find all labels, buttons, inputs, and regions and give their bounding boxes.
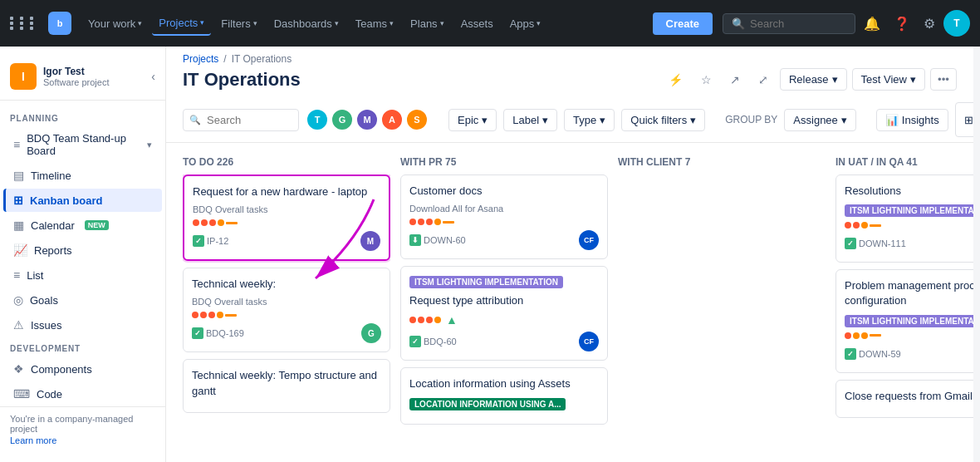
sidebar-label: Goals: [30, 294, 58, 307]
standup-icon: ≡: [13, 138, 20, 151]
task-type-icon: ✓: [193, 235, 204, 247]
settings-icon[interactable]: ⚙: [919, 11, 940, 37]
card-title: Technical weekly: Tempo structure and ga…: [192, 368, 381, 398]
issues-icon: ⚠: [13, 318, 24, 332]
caret-icon: ▾: [537, 19, 541, 27]
epic-tag: ITSM LIGHTNING IMPLEMENTATION: [845, 315, 973, 327]
task-id-text: BDQ-169: [206, 328, 244, 338]
card-down111[interactable]: Resolutions ITSM LIGHTNING IMPLEMENTATIO…: [835, 174, 973, 263]
nav-plans[interactable]: Plans ▾: [404, 12, 451, 35]
avatar-filter-5[interactable]: S: [405, 108, 429, 131]
priority-dot: [208, 312, 215, 318]
card-location[interactable]: Location information using Assets LOCATI…: [400, 367, 608, 424]
search-box[interactable]: 🔍: [723, 13, 855, 34]
sidebar-item-standup[interactable]: ≡ BDQ Team Stand-up Board ▾: [3, 127, 162, 162]
card-id: ✓ IP-12: [193, 235, 228, 247]
components-icon: ❖: [13, 362, 24, 376]
card-footer: ✓ IP-12 M: [193, 231, 380, 251]
card-subtitle: BDQ Overall tasks: [192, 297, 381, 307]
nav-your-work[interactable]: Your work ▾: [81, 12, 149, 35]
notification-icon[interactable]: 🔔: [859, 11, 885, 37]
sidebar-item-code[interactable]: ⌨ Code: [3, 382, 162, 405]
expand-button[interactable]: ⤢: [752, 69, 775, 91]
card-down59[interactable]: Problem management process configuration…: [835, 269, 973, 372]
view-settings-button[interactable]: ⊞ View settings: [955, 102, 973, 137]
card-bdq169[interactable]: Technical weekly: BDQ Overall tasks: [183, 268, 390, 352]
card-subtitle: Download All for Asana: [409, 204, 599, 214]
help-icon[interactable]: ❓: [889, 11, 915, 37]
avatar-filter-3[interactable]: M: [355, 108, 379, 131]
search-input[interactable]: [750, 17, 833, 30]
task-type-icon: ✓: [845, 238, 856, 249]
bolt-button[interactable]: ⚡: [662, 69, 689, 91]
card-tempo[interactable]: Technical weekly: Tempo structure and ga…: [183, 359, 390, 412]
priority-bar: [443, 221, 454, 224]
priority-dot: [434, 219, 441, 225]
sidebar-item-goals[interactable]: ◎ Goals: [3, 288, 162, 312]
breadcrumb-projects-link[interactable]: Projects: [183, 53, 218, 65]
column-with-client: WITH CLIENT 7: [618, 153, 826, 452]
nav-apps[interactable]: Apps ▾: [503, 12, 548, 35]
apps-grid[interactable]: [10, 17, 38, 30]
timeline-icon: ▤: [13, 169, 24, 182]
star-button[interactable]: ☆: [694, 69, 718, 91]
nav-filters[interactable]: Filters ▾: [214, 12, 263, 35]
avatar-filter-1[interactable]: T: [306, 108, 329, 131]
sidebar-item-issues[interactable]: ⚠ Issues: [3, 313, 162, 337]
nav-teams[interactable]: Teams ▾: [349, 12, 400, 35]
column-in-uat-header: IN UAT / IN QA 41: [835, 153, 973, 174]
list-icon: ≡: [13, 268, 20, 282]
breadcrumb: Projects / IT Operations: [166, 47, 973, 65]
sidebar-item-kanban[interactable]: ⊞ Kanban board: [3, 189, 162, 212]
priority-dot: [418, 219, 424, 225]
breadcrumb-separator: /: [223, 53, 226, 65]
dev-section-label: DEVELOPMENT: [0, 337, 165, 356]
logo[interactable]: b: [48, 12, 71, 35]
assignee-filter-button[interactable]: Assignee ▾: [784, 109, 855, 131]
right-scrollbar[interactable]: [973, 47, 980, 462]
sidebar-item-list[interactable]: ≡ List: [3, 263, 162, 287]
quick-filters-button[interactable]: Quick filters ▾: [621, 109, 705, 131]
org-avatar: I: [10, 63, 37, 90]
card-bdq60[interactable]: ITSM LIGHTNING IMPLEMENTATION Request ty…: [400, 266, 608, 361]
task-id-text: BDQ-60: [424, 337, 457, 346]
release-button[interactable]: Release ▾: [780, 68, 847, 91]
kanban-icon: ⊞: [13, 194, 23, 207]
card-close-requests[interactable]: Close requests from Gmail.: [835, 380, 973, 418]
share-button[interactable]: ↗: [723, 69, 747, 91]
caret-icon: ▾: [482, 114, 488, 126]
label-filter-button[interactable]: Label ▾: [503, 109, 557, 131]
insights-button[interactable]: 📊 Insights: [876, 109, 948, 131]
sidebar-label: Issues: [31, 319, 62, 332]
filter-search-wrap: [183, 109, 299, 131]
priority-dot: [434, 317, 441, 323]
priority-bar: [226, 222, 238, 224]
sidebar-item-components[interactable]: ❖ Components: [3, 357, 162, 381]
epic-filter-button[interactable]: Epic ▾: [448, 109, 497, 131]
nav-assets[interactable]: Assets: [454, 12, 500, 35]
priority-dot: [853, 222, 860, 229]
card-down60[interactable]: Customer docs Download All for Asana: [400, 174, 608, 259]
avatar-filter-2[interactable]: G: [331, 108, 354, 131]
sidebar-item-timeline[interactable]: ▤ Timeline: [3, 164, 162, 187]
card-ip12[interactable]: Request for a new hardware - laptop BDQ …: [183, 174, 390, 261]
learn-more-link[interactable]: Learn more: [10, 435, 56, 445]
priority-bar: [870, 224, 881, 227]
user-avatar[interactable]: T: [943, 10, 970, 37]
create-button[interactable]: Create: [653, 12, 713, 35]
nav-projects[interactable]: Projects ▾: [152, 12, 211, 36]
more-button[interactable]: •••: [930, 68, 957, 91]
column-todo-cards: Request for a new hardware - laptop BDQ …: [183, 174, 390, 413]
avatar-filter-4[interactable]: A: [380, 108, 404, 131]
sidebar-item-reports[interactable]: 📈 Reports: [3, 238, 162, 262]
sidebar-label: Calendar: [31, 219, 75, 232]
nav-dashboards[interactable]: Dashboards ▾: [267, 12, 345, 35]
board-search-input[interactable]: [183, 109, 299, 131]
card-title: Close requests from Gmail.: [845, 389, 973, 404]
sidebar-label: Kanban board: [30, 194, 102, 207]
type-filter-button[interactable]: Type ▾: [564, 109, 615, 131]
sidebar-item-calendar[interactable]: ▦ Calendar NEW: [3, 214, 162, 237]
test-view-button[interactable]: Test View ▾: [852, 68, 925, 91]
card-title: Request type attribution: [409, 293, 599, 308]
collapse-sidebar-button[interactable]: ‹: [151, 70, 155, 83]
